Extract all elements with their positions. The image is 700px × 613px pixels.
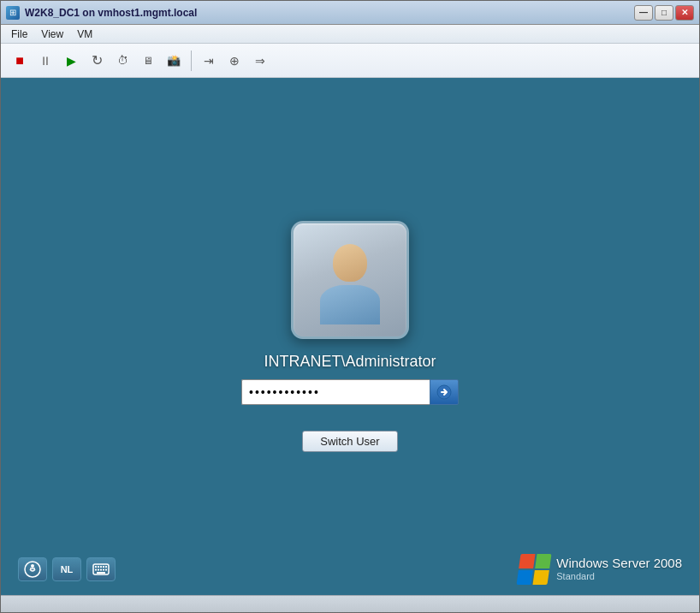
avatar-body [320, 285, 380, 324]
timer-button[interactable]: ⏱ [110, 49, 134, 73]
flag-q1 [519, 554, 535, 568]
snapshot-button[interactable]: 📸 [162, 49, 186, 73]
toolbar: ■ ⏸ ▶ ↻ ⏱ 🖥 📸 ⇥ ⊕ ⇒ [1, 44, 699, 78]
os-name-line2: Standard [556, 571, 682, 582]
send-ctrl-alt-del-button[interactable]: ⇥ [197, 49, 221, 73]
menu-file[interactable]: File [4, 27, 34, 42]
refresh-button[interactable]: ↻ [85, 49, 109, 73]
accessibility-icon [24, 561, 41, 578]
arrow-right-icon [436, 384, 452, 400]
power-off-button[interactable]: ⇒ [248, 49, 272, 73]
stop-button[interactable]: ■ [8, 49, 32, 73]
login-button[interactable] [430, 379, 459, 405]
play-button[interactable]: ▶ [59, 49, 83, 73]
os-name: Windows Server 2008 Standard [556, 556, 682, 582]
window-icon [6, 6, 20, 20]
accessibility-button[interactable] [18, 557, 47, 581]
windows-flag-icon [519, 554, 549, 585]
title-bar-left: W2K8_DC1 on vmhost1.mgmt.local [6, 6, 197, 20]
language-button[interactable]: NL [52, 557, 81, 581]
keyboard-button[interactable] [86, 557, 116, 581]
toolbar-separator-1 [191, 51, 192, 71]
svg-rect-7 [100, 566, 102, 568]
status-bar [1, 595, 699, 612]
svg-point-1 [25, 562, 40, 577]
maximize-button[interactable]: □ [655, 5, 673, 21]
username-label: INTRANET\Administrator [264, 353, 436, 371]
flag-q4 [533, 570, 549, 585]
password-row [241, 379, 459, 405]
monitor-button[interactable]: 🖥 [136, 49, 160, 73]
login-container: INTRANET\Administrator Switch User [241, 221, 459, 452]
svg-rect-9 [105, 566, 107, 568]
password-input[interactable] [241, 379, 430, 405]
vm-screen: INTRANET\Administrator Switch User [1, 78, 699, 595]
keyboard-icon [92, 563, 110, 575]
menu-vm[interactable]: VM [70, 27, 99, 42]
flag-q3 [517, 570, 533, 585]
menu-view[interactable]: View [34, 27, 70, 42]
avatar-head [333, 244, 367, 282]
svg-rect-12 [100, 569, 102, 571]
system-buttons: NL [18, 557, 116, 581]
switch-user-button[interactable]: Switch User [302, 431, 397, 452]
bottom-bar: NL [1, 554, 699, 585]
network-button[interactable]: ⊕ [222, 49, 246, 73]
svg-rect-11 [98, 569, 99, 571]
svg-rect-14 [105, 569, 107, 571]
menu-bar: File View VM [1, 25, 699, 44]
svg-rect-13 [103, 569, 104, 571]
close-button[interactable]: ✕ [675, 5, 694, 21]
svg-rect-6 [98, 566, 99, 568]
title-bar: W2K8_DC1 on vmhost1.mgmt.local — □ ✕ [1, 1, 699, 25]
flag-q2 [535, 554, 551, 568]
windows-logo: Windows Server 2008 Standard [519, 554, 682, 585]
user-avatar [291, 221, 409, 339]
minimize-button[interactable]: — [634, 5, 653, 21]
svg-rect-5 [95, 566, 97, 568]
pause-button[interactable]: ⏸ [33, 49, 57, 73]
main-window: W2K8_DC1 on vmhost1.mgmt.local — □ ✕ Fil… [0, 0, 700, 613]
window-title: W2K8_DC1 on vmhost1.mgmt.local [25, 7, 197, 19]
avatar-figure [320, 244, 380, 324]
svg-point-2 [31, 564, 34, 568]
svg-rect-10 [95, 569, 97, 571]
title-bar-controls: — □ ✕ [634, 5, 694, 21]
os-name-line1: Windows Server 2008 [556, 556, 682, 571]
svg-rect-15 [97, 572, 105, 574]
svg-rect-8 [103, 566, 104, 568]
